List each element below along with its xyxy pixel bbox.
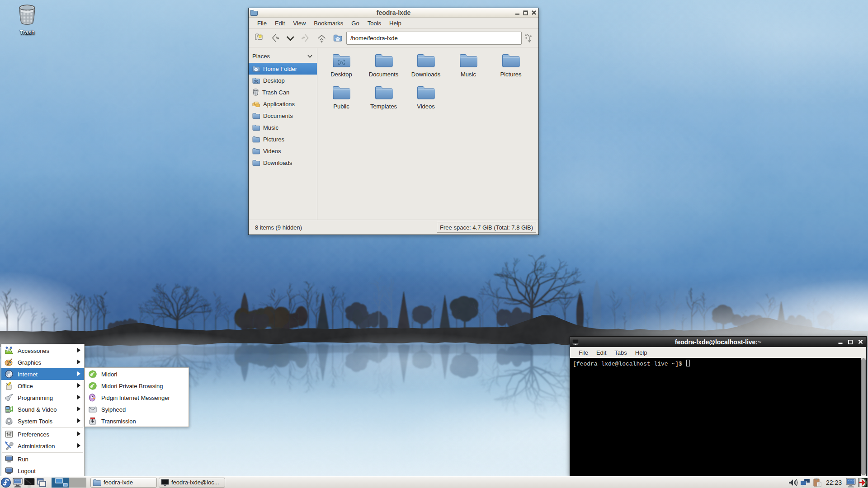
- svg-text:D: D: [255, 80, 257, 83]
- svg-text:D: D: [340, 61, 343, 65]
